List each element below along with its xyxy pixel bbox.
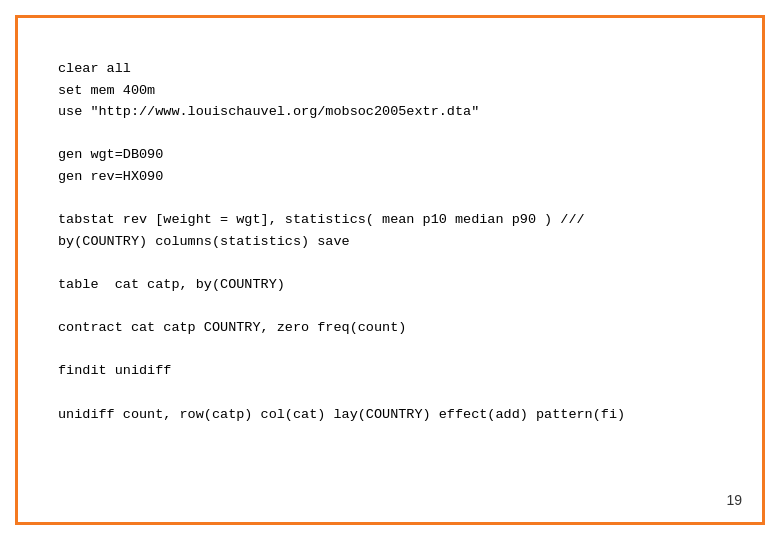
slide-container: clear all set mem 400m use "http://www.l… xyxy=(15,15,765,525)
page-number: 19 xyxy=(726,492,742,508)
code-content: clear all set mem 400m use "http://www.l… xyxy=(58,58,722,425)
